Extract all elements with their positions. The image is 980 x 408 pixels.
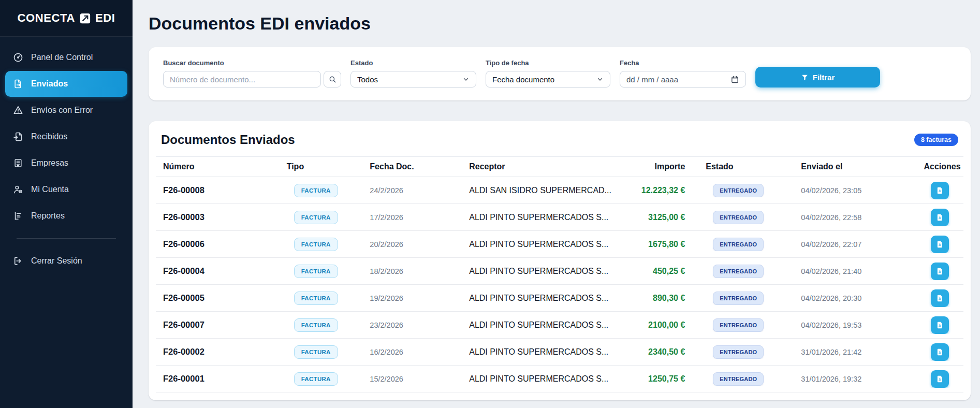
tipo-fecha-field-group: Tipo de fecha Fecha documento xyxy=(486,59,610,88)
estado-badge: ENTREGADO xyxy=(713,292,764,305)
tipo-fecha-select[interactable]: Fecha documento xyxy=(486,71,610,88)
search-label: Buscar documento xyxy=(163,59,341,67)
column-header-fecha-doc: Fecha Doc. xyxy=(362,162,462,171)
table-row: F26-00006 FACTURA 20/2/2026 ALDI PINTO S… xyxy=(156,231,963,258)
panel-title: Documentos Enviados xyxy=(161,133,295,147)
sidebar-item-label: Cerrar Sesión xyxy=(31,256,82,266)
tipo-badge: FACTURA xyxy=(294,211,338,224)
logo-diagonal-square-icon xyxy=(80,13,91,24)
enviado-el: 04/02/2026, 23:05 xyxy=(794,186,916,195)
download-pdf-button[interactable] xyxy=(931,289,949,307)
estado-badge: ENTREGADO xyxy=(713,265,764,278)
warning-triangle-icon xyxy=(13,105,23,115)
page-title: Documentos EDI enviados xyxy=(149,13,971,34)
sidebar-divider xyxy=(17,238,116,239)
column-header-acciones: Acciones xyxy=(916,162,963,171)
table-row: F26-00007 FACTURA 23/2/2026 ALDI PINTO S… xyxy=(156,312,963,339)
doc-number: F26-00002 xyxy=(156,347,280,357)
enviado-el: 04/02/2026, 21:40 xyxy=(794,267,916,275)
estado-badge: ENTREGADO xyxy=(713,345,764,359)
importe: 2100,00 € xyxy=(616,320,699,330)
fecha-field-group: Fecha dd / mm / aaaa xyxy=(620,59,746,88)
tipo-badge: FACTURA xyxy=(294,318,338,332)
pdf-file-icon xyxy=(936,240,944,249)
sidebar-item-cerrar-sesion[interactable]: Cerrar Sesión xyxy=(5,248,127,274)
enviado-el: 04/02/2026, 22:07 xyxy=(794,240,916,249)
doc-number: F26-00004 xyxy=(156,266,280,276)
tipo-badge: FACTURA xyxy=(294,265,338,278)
sidebar-item-recibidos[interactable]: Recibidos xyxy=(5,124,127,150)
table-row: F26-00008 FACTURA 24/2/2026 ALDI SAN ISI… xyxy=(156,177,963,204)
doc-number: F26-00005 xyxy=(156,293,280,303)
estado-select[interactable]: Todos xyxy=(350,71,476,88)
download-pdf-button[interactable] xyxy=(931,370,949,388)
sidebar-item-label: Enviados xyxy=(31,79,68,89)
enviado-el: 31/01/2026, 19:32 xyxy=(794,375,916,383)
sidebar-item-envios-con-error[interactable]: Envíos con Error xyxy=(5,97,127,123)
estado-badge: ENTREGADO xyxy=(713,372,764,386)
calendar-icon[interactable] xyxy=(730,75,739,84)
column-header-receptor: Receptor xyxy=(462,162,615,171)
sidebar-item-enviados[interactable]: Enviados xyxy=(5,71,127,97)
sidebar-item-empresas[interactable]: Empresas xyxy=(5,150,127,176)
report-chart-icon xyxy=(13,211,23,221)
documents-panel: Documentos Enviados 8 facturas Número Ti… xyxy=(149,121,971,400)
chevron-down-icon xyxy=(596,76,604,83)
tipo-badge: FACTURA xyxy=(294,372,338,386)
sidebar-item-label: Empresas xyxy=(31,158,68,168)
sidebar-item-reportes[interactable]: Reportes xyxy=(5,203,127,229)
search-icon xyxy=(328,75,337,84)
download-pdf-button[interactable] xyxy=(931,316,949,334)
app-logo: CONECTA EDI xyxy=(0,0,133,37)
search-input[interactable] xyxy=(163,71,321,88)
importe: 12.223,32 € xyxy=(616,186,699,195)
doc-date: 16/2/2026 xyxy=(362,348,462,356)
receptor: ALDI PINTO SUPERMERCADOS S... xyxy=(462,294,615,303)
fecha-date-input[interactable]: dd / mm / aaaa xyxy=(620,71,746,88)
enviado-el: 04/02/2026, 19:53 xyxy=(794,321,916,329)
download-pdf-button[interactable] xyxy=(931,209,949,226)
doc-date: 20/2/2026 xyxy=(362,240,462,249)
doc-date: 19/2/2026 xyxy=(362,294,462,302)
sidebar-item-mi-cuenta[interactable]: Mi Cuenta xyxy=(5,177,127,202)
filter-funnel-icon xyxy=(801,74,809,81)
download-pdf-button[interactable] xyxy=(931,236,949,253)
tipo-badge: FACTURA xyxy=(294,292,338,305)
pdf-file-icon xyxy=(936,294,944,302)
doc-date: 18/2/2026 xyxy=(362,267,462,275)
pdf-file-icon xyxy=(936,186,944,195)
doc-number: F26-00003 xyxy=(156,212,280,222)
filtrar-button[interactable]: Filtrar xyxy=(755,67,880,88)
table-row: F26-00001 FACTURA 15/2/2026 ALDI PINTO S… xyxy=(156,366,963,392)
search-button[interactable] xyxy=(324,71,341,88)
estado-field-group: Estado Todos xyxy=(350,59,476,88)
doc-date: 24/2/2026 xyxy=(362,186,462,195)
doc-date: 17/2/2026 xyxy=(362,213,462,222)
file-import-icon xyxy=(13,132,23,142)
search-field-group: Buscar documento xyxy=(163,59,341,88)
receptor: ALDI PINTO SUPERMERCADOS S... xyxy=(462,267,615,276)
logo-text-2: EDI xyxy=(95,11,115,25)
fecha-placeholder: dd / mm / aaaa xyxy=(626,75,678,84)
sidebar-item-panel-de-control[interactable]: Panel de Control xyxy=(5,45,127,70)
doc-number: F26-00008 xyxy=(156,185,280,195)
logout-icon xyxy=(13,256,23,266)
download-pdf-button[interactable] xyxy=(931,343,949,361)
tipo-badge: FACTURA xyxy=(294,345,338,359)
estado-badge: ENTREGADO xyxy=(713,211,764,224)
estado-badge: ENTREGADO xyxy=(713,184,764,197)
sidebar-item-label: Reportes xyxy=(31,211,65,221)
column-header-numero: Número xyxy=(156,162,280,171)
download-pdf-button[interactable] xyxy=(931,182,949,199)
count-badge: 8 facturas xyxy=(914,134,958,146)
building-icon xyxy=(13,158,23,168)
pdf-file-icon xyxy=(936,348,944,356)
importe: 3125,00 € xyxy=(616,213,699,222)
sidebar: CONECTA EDI Panel de Control Enviados En… xyxy=(0,0,133,408)
enviado-el: 31/01/2026, 21:42 xyxy=(794,348,916,356)
fecha-label: Fecha xyxy=(620,59,746,67)
user-gear-icon xyxy=(13,184,23,195)
tipo-fecha-selected-value: Fecha documento xyxy=(492,75,554,84)
download-pdf-button[interactable] xyxy=(931,263,949,280)
importe: 1250,75 € xyxy=(616,374,699,384)
